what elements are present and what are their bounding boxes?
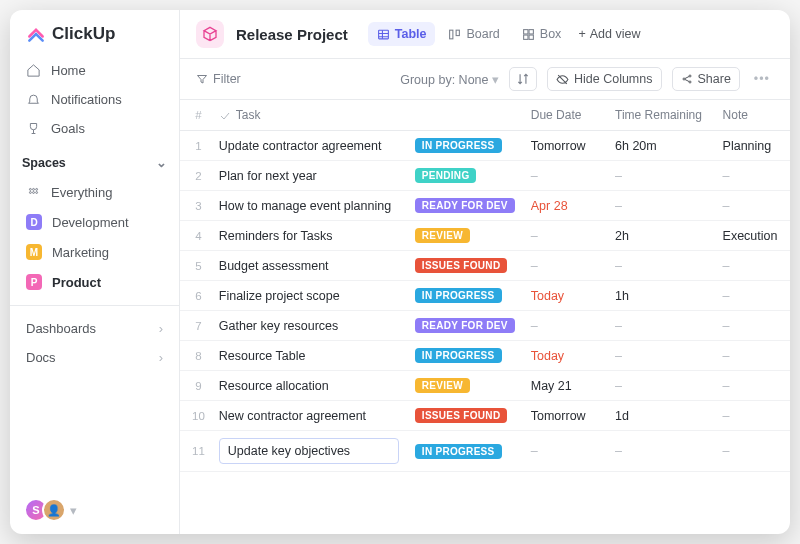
view-tab-box[interactable]: Box <box>513 22 571 46</box>
cell-note[interactable]: Execution <box>715 221 790 251</box>
task-table-wrap[interactable]: # Task Due Date Time Remaining Note 1Upd… <box>180 100 790 534</box>
table-row[interactable]: 7Gather key resourcesREADY FOR DEV––– <box>180 311 790 341</box>
cell-note[interactable]: – <box>715 281 790 311</box>
nav-home[interactable]: Home <box>16 56 173 85</box>
cell-task[interactable]: Gather key resources <box>213 311 407 341</box>
svg-point-4 <box>33 192 35 194</box>
cell-note[interactable]: – <box>715 401 790 431</box>
cell-status[interactable]: ISSUES FOUND <box>407 251 523 281</box>
cell-time[interactable]: – <box>607 311 715 341</box>
cell-task[interactable]: How to manage event planning <box>213 191 407 221</box>
cell-note[interactable]: Planning <box>715 131 790 161</box>
table-row[interactable]: 10New contractor agreementISSUES FOUNDTo… <box>180 401 790 431</box>
cell-status[interactable]: IN PROGRESS <box>407 281 523 311</box>
cell-task[interactable]: Resource allocation <box>213 371 407 401</box>
cell-status[interactable]: READY FOR DEV <box>407 191 523 221</box>
cell-time[interactable]: – <box>607 341 715 371</box>
view-tab-board[interactable]: Board <box>439 22 508 46</box>
cell-due[interactable]: May 21 <box>523 371 607 401</box>
table-row[interactable]: 4Reminders for TasksREVIEW–2hExecution <box>180 221 790 251</box>
col-header-note[interactable]: Note <box>715 100 790 131</box>
nav-docs[interactable]: Docs › <box>16 343 173 372</box>
cell-status[interactable]: ISSUES FOUND <box>407 401 523 431</box>
col-header-num[interactable]: # <box>180 100 213 131</box>
cell-note[interactable]: – <box>715 161 790 191</box>
more-button[interactable]: ••• <box>750 68 774 90</box>
cell-task[interactable]: Update contractor agreement <box>213 131 407 161</box>
cell-due[interactable]: Today <box>523 341 607 371</box>
topbar: Release Project Table Board Box + Add vi… <box>180 10 790 59</box>
add-view-button[interactable]: + Add view <box>578 22 640 46</box>
cell-task[interactable]: Budget assessment <box>213 251 407 281</box>
cell-task[interactable]: Finalize project scope <box>213 281 407 311</box>
chevron-down-icon[interactable]: ▾ <box>70 503 77 518</box>
cell-due[interactable]: Tomorrow <box>523 131 607 161</box>
table-row[interactable]: 5Budget assessmentISSUES FOUND––– <box>180 251 790 281</box>
cell-task[interactable]: New contractor agreement <box>213 401 407 431</box>
col-header-due[interactable]: Due Date <box>523 100 607 131</box>
hide-columns-button[interactable]: Hide Columns <box>547 67 662 91</box>
cell-due[interactable]: – <box>523 221 607 251</box>
nav-notifications[interactable]: Notifications <box>16 85 173 114</box>
cell-status[interactable]: REVIEW <box>407 371 523 401</box>
cell-task[interactable]: Plan for next year <box>213 161 407 191</box>
cell-time[interactable]: 6h 20m <box>607 131 715 161</box>
spaces-everything[interactable]: Everything <box>16 178 173 207</box>
table-row[interactable]: 6Finalize project scopeIN PROGRESSToday1… <box>180 281 790 311</box>
table-row[interactable]: 3How to manage event planningREADY FOR D… <box>180 191 790 221</box>
cell-status[interactable]: READY FOR DEV <box>407 311 523 341</box>
view-tab-table[interactable]: Table <box>368 22 436 46</box>
table-row[interactable]: 9Resource allocationREVIEWMay 21–– <box>180 371 790 401</box>
cell-due[interactable]: Today <box>523 281 607 311</box>
cell-time[interactable]: 1d <box>607 401 715 431</box>
nav-goals[interactable]: Goals <box>16 114 173 143</box>
cell-note[interactable]: – <box>715 431 790 472</box>
cell-task[interactable]: Reminders for Tasks <box>213 221 407 251</box>
col-header-time[interactable]: Time Remaining <box>607 100 715 131</box>
avatar-user-2[interactable]: 👤 <box>42 498 66 522</box>
cell-due[interactable]: – <box>523 311 607 341</box>
cell-due[interactable]: – <box>523 161 607 191</box>
group-by-dropdown[interactable]: Group by: None ▾ <box>400 72 499 87</box>
cell-status[interactable]: PENDING <box>407 161 523 191</box>
task-name-input[interactable] <box>219 438 399 464</box>
cell-time[interactable]: 2h <box>607 221 715 251</box>
cell-due[interactable]: – <box>523 251 607 281</box>
cell-time[interactable]: – <box>607 431 715 472</box>
cell-status[interactable]: REVIEW <box>407 221 523 251</box>
brand-logo[interactable]: ClickUp <box>10 10 179 54</box>
cell-note[interactable]: – <box>715 251 790 281</box>
spaces-header[interactable]: Spaces ⌄ <box>10 145 179 176</box>
table-row[interactable]: 1Update contractor agreementIN PROGRESST… <box>180 131 790 161</box>
cell-time[interactable]: – <box>607 251 715 281</box>
cell-note[interactable]: – <box>715 191 790 221</box>
cell-note[interactable]: – <box>715 371 790 401</box>
cell-due[interactable]: – <box>523 431 607 472</box>
sidebar-space-item[interactable]: PProduct <box>16 267 173 297</box>
table-row[interactable]: 2Plan for next yearPENDING––– <box>180 161 790 191</box>
table-row[interactable]: 11IN PROGRESS––– <box>180 431 790 472</box>
cell-due[interactable]: Tomorrow <box>523 401 607 431</box>
cell-due[interactable]: Apr 28 <box>523 191 607 221</box>
sidebar-space-item[interactable]: DDevelopment <box>16 207 173 237</box>
col-header-task[interactable]: Task <box>213 100 407 131</box>
cell-time[interactable]: – <box>607 371 715 401</box>
cell-task[interactable]: Resource Table <box>213 341 407 371</box>
nav-dashboards[interactable]: Dashboards › <box>16 314 173 343</box>
sidebar-space-item[interactable]: MMarketing <box>16 237 173 267</box>
cell-task[interactable] <box>213 431 407 472</box>
cell-time[interactable]: 1h <box>607 281 715 311</box>
sort-button[interactable] <box>509 67 537 91</box>
cell-status[interactable]: IN PROGRESS <box>407 131 523 161</box>
cell-time[interactable]: – <box>607 161 715 191</box>
cell-status[interactable]: IN PROGRESS <box>407 431 523 472</box>
filter-button[interactable]: Filter <box>196 72 241 86</box>
table-row[interactable]: 8Resource TableIN PROGRESSToday–– <box>180 341 790 371</box>
share-button[interactable]: Share <box>672 67 740 91</box>
project-icon[interactable] <box>196 20 224 48</box>
col-header-status[interactable] <box>407 100 523 131</box>
cell-status[interactable]: IN PROGRESS <box>407 341 523 371</box>
cell-note[interactable]: – <box>715 341 790 371</box>
cell-note[interactable]: – <box>715 311 790 341</box>
cell-time[interactable]: – <box>607 191 715 221</box>
